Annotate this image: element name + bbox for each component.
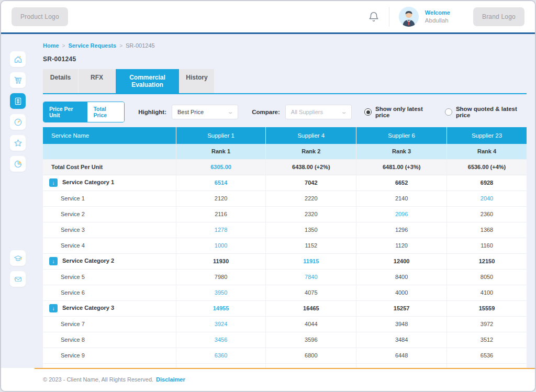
sidebar-item-home[interactable] — [10, 51, 26, 67]
col-supplier-23: Supplier 23 — [447, 127, 527, 144]
price-cell: 1278 — [176, 222, 266, 238]
service-name-label: Service 3 — [61, 227, 85, 233]
main-content: Home > Service Requests > SR-001245 SR-0… — [35, 34, 535, 368]
home-icon — [14, 55, 23, 64]
disclaimer-link[interactable]: Disclaimer — [156, 376, 185, 383]
table-body: Rank 1 Rank 2 Rank 3 Rank 4 Total Cost P… — [43, 144, 527, 368]
service-name-cell: Service 5 — [43, 269, 176, 285]
tab-commercial-evaluation[interactable]: Commercial Evaluation — [116, 69, 179, 93]
sidebar-item-favorites[interactable] — [10, 135, 26, 151]
price-cell: 4044 — [266, 316, 356, 332]
radio-label: Show only latest price — [375, 106, 433, 118]
service-name-cell: Service 3 — [43, 222, 176, 238]
envelope-icon — [14, 275, 23, 284]
service-name-cell: ↓Service Category 2 — [43, 253, 176, 269]
breadcrumb-service-requests[interactable]: Service Requests — [68, 42, 116, 49]
col-supplier-6: Supplier 6 — [356, 127, 447, 144]
price-cell: 6536 — [447, 348, 527, 363]
rank-cell: Rank 2 — [266, 144, 356, 159]
welcome-label: Welcome — [425, 9, 450, 17]
price-cell: 2096 — [356, 206, 447, 222]
collapse-icon[interactable]: ↓ — [49, 304, 58, 312]
tab-details[interactable]: Details — [43, 69, 78, 93]
col-supplier-4: Supplier 4 — [266, 127, 356, 144]
service-row: Service 63950407540004100 — [43, 285, 527, 300]
service-name-cell: Service 6 — [43, 285, 176, 300]
rank-cell: Rank 3 — [356, 144, 447, 159]
service-name-cell: ↓Service Category 1 — [43, 175, 176, 191]
category-row: ↓Service Category 211930119151240012150 — [43, 253, 527, 269]
product-logo[interactable]: Product Logo — [12, 7, 68, 26]
service-name-cell: ↓Service Category 3 — [43, 300, 176, 316]
service-row: Service 12120222021402040 — [43, 191, 527, 206]
category-row: ↓Service Category 314955164651525715559 — [43, 300, 527, 316]
total-cell: 6481.00 (+3%) — [356, 159, 447, 175]
service-requests-icon — [14, 97, 23, 106]
chevron-down-icon: ⌄ — [340, 111, 347, 113]
compare-select-value: All Suppliers — [291, 109, 323, 115]
sidebar-item-service-requests[interactable] — [10, 93, 26, 109]
total-cell: 6438.00 (+2%) — [266, 159, 356, 175]
header-divider — [389, 7, 389, 27]
tab-history[interactable]: History — [180, 69, 214, 93]
controls-row: Price Per Unit Total Price Highlight: Be… — [43, 102, 527, 122]
sidebar-item-cart[interactable] — [10, 72, 26, 88]
sidebar-item-learning[interactable] — [10, 250, 26, 266]
radio-show-only-latest[interactable]: Show only latest price — [364, 106, 433, 118]
price-cell: 6360 — [176, 348, 266, 363]
breadcrumb-separator: > — [119, 43, 122, 49]
sidebar-item-dashboard[interactable] — [10, 114, 26, 130]
graduation-cap-icon — [14, 254, 23, 263]
service-row: Service 22116232020962360 — [43, 206, 527, 222]
price-cell: 8400 — [356, 269, 447, 285]
user-avatar[interactable] — [399, 7, 419, 27]
table-header-row: Service Name Supplier 1 Supplier 4 Suppl… — [43, 127, 527, 144]
total-cell: 6536.00 (+4%) — [447, 159, 527, 175]
category-row: ↓Service Category 16514704266526928 — [43, 175, 527, 191]
tab-rfx[interactable]: RFX — [79, 69, 115, 93]
chevron-down-icon: ⌄ — [227, 111, 233, 113]
price-cell: 1350 — [266, 222, 356, 238]
toggle-total-price[interactable]: Total Price — [87, 102, 124, 122]
price-cell: 6928 — [447, 175, 527, 191]
cart-icon — [14, 76, 23, 85]
service-row: Service 101215202513771539 — [43, 363, 527, 368]
sidebar-item-messages[interactable] — [10, 271, 26, 287]
toggle-price-per-unit[interactable]: Price Per Unit — [43, 102, 87, 122]
price-cell: 16465 — [266, 300, 356, 316]
top-header: Product Logo Welcome — [1, 1, 535, 32]
col-supplier-1: Supplier 1 — [176, 127, 266, 144]
price-cell: 2140 — [356, 191, 447, 206]
sidebar-item-reports[interactable] — [10, 156, 26, 172]
rank-row: Rank 1 Rank 2 Rank 3 Rank 4 — [43, 144, 527, 159]
radio-icon — [364, 108, 372, 116]
collapse-icon[interactable]: ↓ — [49, 178, 58, 187]
breadcrumb: Home > Service Requests > SR-001245 — [43, 42, 527, 49]
service-name-label: Service 2 — [61, 211, 85, 217]
service-name-cell: Service 9 — [43, 348, 176, 363]
service-name-cell: Service 1 — [43, 191, 176, 206]
price-cell: 11930 — [176, 253, 266, 269]
service-row: Service 57980784084008050 — [43, 269, 527, 285]
radio-show-quoted-and-latest[interactable]: Show quoted & latest price — [445, 106, 527, 118]
price-cell: 12150 — [447, 253, 527, 269]
welcome-block: Welcome Abdullah — [425, 9, 450, 24]
service-name-label: Service Category 1 — [62, 179, 114, 185]
username-label: Abdullah — [425, 17, 450, 24]
price-cell: 1160 — [447, 238, 527, 253]
service-row: Service 96360680064486536 — [43, 348, 527, 363]
highlight-select[interactable]: Best Price ⌄ — [172, 105, 238, 119]
collapse-icon[interactable]: ↓ — [49, 257, 58, 265]
service-name-label: Service 7 — [61, 321, 85, 327]
notification-bell-icon[interactable] — [368, 11, 379, 23]
radio-label: Show quoted & latest price — [456, 106, 527, 118]
brand-logo[interactable]: Brand Logo — [473, 7, 524, 26]
breadcrumb-home[interactable]: Home — [43, 42, 59, 49]
compare-select[interactable]: All Suppliers ⌄ — [285, 105, 352, 119]
price-cell: 12400 — [356, 253, 447, 269]
price-mode-toggle: Price Per Unit Total Price — [43, 102, 125, 122]
service-name-cell: Service 7 — [43, 316, 176, 332]
price-cell: 2320 — [266, 206, 356, 222]
service-name-label: Service 9 — [61, 352, 85, 359]
price-cell: 6800 — [266, 348, 356, 363]
